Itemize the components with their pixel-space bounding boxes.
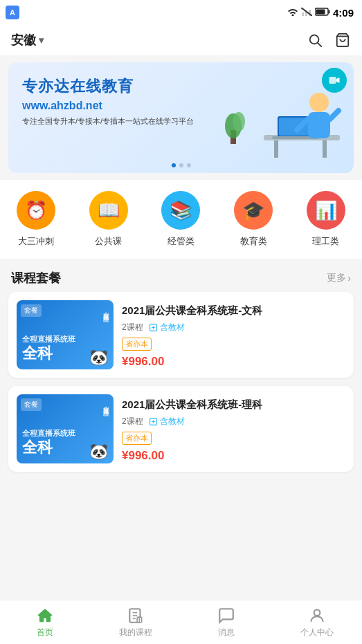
banner-dots — [172, 163, 191, 167]
course-list: 套餐 全程直播系统班 全程直播系统班 全科 🐼 2021届公共课全科系统班-文科… — [0, 292, 362, 480]
category-ligonglei[interactable]: 📊 理工类 — [307, 191, 345, 248]
dot-3 — [187, 163, 191, 167]
home-icon — [36, 607, 54, 625]
category-icon-gonggongke: 📖 — [89, 191, 128, 230]
category-icon-dasanchongli: ⏰ — [17, 191, 55, 230]
svg-line-8 — [318, 43, 322, 46]
message-icon — [217, 607, 235, 625]
dot-2 — [179, 163, 183, 167]
dot-1 — [172, 163, 176, 167]
nav-home[interactable]: 首页 — [0, 607, 91, 638]
course-tags-1: 省亦本 — [122, 338, 345, 351]
panda-emoji-1: 🐼 — [89, 349, 108, 367]
course-price-2: ¥996.00 — [122, 449, 345, 463]
category-icon-ligonglei: 📊 — [307, 191, 345, 230]
course-thumbnail-1: 套餐 全程直播系统班 全程直播系统班 全科 🐼 — [17, 300, 114, 369]
category-jiaoyulei[interactable]: 🎓 教育类 — [234, 191, 273, 248]
thumbnail-side-text-1: 全程直播系统班 — [102, 307, 111, 312]
nav-label-profile: 个人中心 — [300, 627, 334, 638]
course-name-2: 2021届公共课全科系统班-理科 — [122, 397, 345, 412]
thumbnail-main-text-2: 全程直播系统班 全科 — [22, 428, 75, 458]
location-text: 安徽 — [11, 32, 36, 48]
course-icon — [127, 607, 145, 625]
section-title-courses: 课程套餐 — [11, 270, 61, 286]
category-dasanchongli[interactable]: ⏰ 大三冲刺 — [17, 191, 55, 248]
svg-point-23 — [233, 112, 245, 131]
header-location[interactable]: 安徽 ▾ — [11, 32, 44, 48]
course-price-1: ¥996.00 — [122, 355, 345, 369]
nav-profile[interactable]: 个人中心 — [271, 607, 362, 638]
course-thumbnail-2: 套餐 全程直播系统班 全程直播系统班 全科 🐼 — [17, 394, 114, 463]
search-button[interactable] — [307, 32, 323, 48]
nav-mycourse[interactable]: 我的课程 — [91, 607, 181, 638]
svg-rect-13 — [323, 140, 327, 158]
cart-button[interactable] — [334, 32, 351, 48]
category-label-jinglei: 经管类 — [168, 235, 194, 248]
thumbnail-badge-2: 套餐 — [21, 398, 42, 411]
course-textbook-1: 含教材 — [149, 322, 185, 333]
course-count-2: 2课程 — [122, 416, 143, 427]
svg-line-20 — [330, 111, 338, 119]
thumbnail-badge-1: 套餐 — [21, 304, 42, 317]
svg-rect-0 — [302, 12, 304, 16]
svg-rect-18 — [308, 112, 330, 138]
section-header-courses: 课程套餐 更多 › — [0, 259, 362, 292]
chevron-down-icon: ▾ — [39, 35, 44, 46]
person-icon — [308, 607, 326, 625]
categories: ⏰ 大三冲刺 📖 公共课 📚 经管类 🎓 教育类 📊 理工类 — [0, 180, 362, 259]
svg-point-36 — [314, 609, 320, 616]
app-icon: A — [6, 6, 19, 19]
signal-icon — [301, 8, 312, 18]
nav-label-mycourse: 我的课程 — [119, 627, 152, 638]
wifi-icon — [287, 8, 298, 18]
svg-rect-6 — [316, 9, 325, 14]
course-meta-2: 2课程 含教材 — [122, 416, 345, 427]
banner[interactable]: 专亦达在线教育 www.ahzbd.net 专注全国专升本/专接本/专插本一站式… — [8, 62, 354, 173]
thumbnail-main-text-1: 全程直播系统班 全科 — [22, 334, 75, 364]
panda-emoji-2: 🐼 — [89, 443, 108, 461]
course-tag-1: 省亦本 — [122, 338, 152, 351]
course-card-2[interactable]: 套餐 全程直播系统班 全程直播系统班 全科 🐼 2021届公共课全科系统班-理科… — [8, 386, 354, 472]
header: 安徽 ▾ — [0, 25, 362, 55]
course-tag-2: 省亦本 — [122, 432, 152, 445]
nav-label-home: 首页 — [37, 627, 53, 638]
category-icon-jinglei: 📚 — [161, 191, 200, 230]
time: 4:09 — [333, 7, 354, 19]
course-info-1: 2021届公共课全科系统班-文科 2课程 含教材 省亦本 ¥996.00 — [122, 300, 345, 369]
banner-illustration — [222, 69, 347, 166]
banner-content: 专亦达在线教育 www.ahzbd.net 专注全国专升本/专接本/专插本一站式… — [8, 62, 354, 173]
category-icon-jiaoyulei: 🎓 — [234, 191, 273, 230]
category-gonggongke[interactable]: 📖 公共课 — [89, 191, 128, 248]
battery-icon — [315, 8, 330, 18]
course-card-1[interactable]: 套餐 全程直播系统班 全程直播系统班 全科 🐼 2021届公共课全科系统班-文科… — [8, 292, 354, 378]
category-label-gonggongke: 公共课 — [95, 235, 122, 248]
status-right: 4:09 — [287, 7, 354, 19]
category-label-jiaoyulei: 教育类 — [240, 235, 267, 248]
svg-rect-5 — [328, 10, 329, 13]
nav-label-message: 消息 — [218, 627, 235, 638]
status-bar: A 4:09 — [0, 0, 362, 25]
svg-point-17 — [309, 93, 329, 112]
header-actions — [307, 32, 351, 48]
course-info-2: 2021届公共课全科系统班-理科 2课程 含教材 省亦本 ¥996.00 — [122, 394, 345, 463]
bottom-nav: 首页 我的课程 消息 — [0, 600, 362, 644]
svg-rect-12 — [274, 140, 278, 158]
thumbnail-side-text-2: 全程直播系统班 — [102, 401, 111, 406]
more-button-courses[interactable]: 更多 › — [327, 272, 351, 284]
category-label-dasanchongli: 大三冲刺 — [18, 235, 54, 248]
nav-message[interactable]: 消息 — [181, 607, 272, 638]
course-tags-2: 省亦本 — [122, 432, 345, 445]
category-label-ligonglei: 理工类 — [312, 235, 339, 248]
chevron-right-icon: › — [347, 273, 351, 284]
course-name-1: 2021届公共课全科系统班-文科 — [122, 303, 345, 318]
status-left: A — [6, 6, 19, 19]
course-count-1: 2课程 — [122, 322, 143, 333]
category-jinglei[interactable]: 📚 经管类 — [161, 191, 200, 248]
course-textbook-2: 含教材 — [149, 416, 185, 427]
course-meta-1: 2课程 含教材 — [122, 322, 345, 333]
